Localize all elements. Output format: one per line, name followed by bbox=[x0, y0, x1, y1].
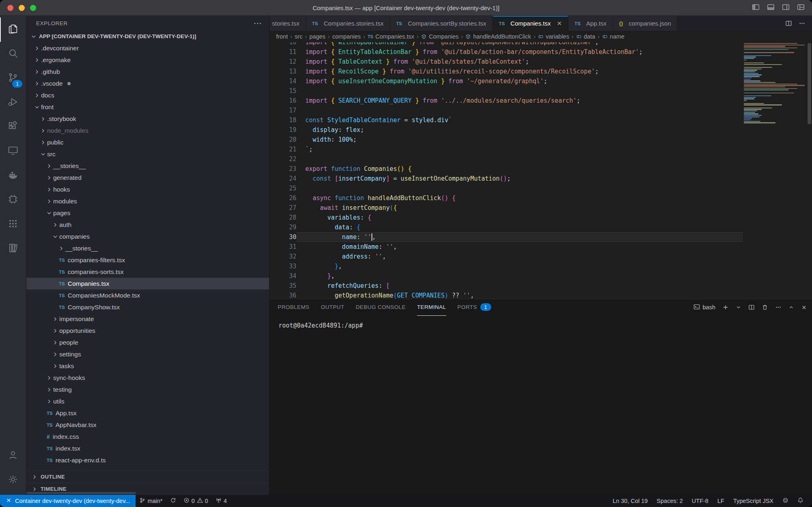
language-mode-indicator[interactable]: TypeScript JSX bbox=[729, 495, 778, 507]
code-line-21[interactable]: 21`; bbox=[270, 145, 743, 154]
terminal[interactable]: root@0a42ecd84891:/app# bbox=[270, 315, 812, 495]
code-line-13[interactable]: 13import { RecoilScope } from '@ui/utili… bbox=[270, 67, 743, 76]
encoding-indicator[interactable]: UTF-8 bbox=[687, 495, 713, 507]
tab-companies-json[interactable]: {}companies.json bbox=[613, 16, 678, 31]
panel-tab-problems[interactable]: PROBLEMS bbox=[278, 299, 309, 316]
split-terminal-icon[interactable] bbox=[748, 304, 755, 311]
maximize-panel-icon[interactable] bbox=[788, 304, 794, 310]
tree-item-companies-sorts-tsx[interactable]: TScompanies-sorts.tsx bbox=[26, 266, 269, 278]
ports-indicator[interactable]: 4 bbox=[212, 495, 231, 507]
code-line-19[interactable]: 19 display: flex; bbox=[270, 125, 743, 135]
code-line-24[interactable]: 24 const [insertCompany] = useInsertOneC… bbox=[270, 174, 743, 183]
editor-more-actions-icon[interactable] bbox=[799, 20, 806, 27]
feedback-button[interactable] bbox=[778, 495, 793, 507]
tab-companies-tsx[interactable]: TSCompanies.tsx✕ bbox=[493, 16, 569, 31]
eol-indicator[interactable]: LF bbox=[713, 495, 729, 507]
tree-item-sync-hooks[interactable]: sync-hooks bbox=[26, 372, 269, 384]
tree-item-companies-tsx[interactable]: TSCompanies.tsx bbox=[26, 278, 269, 289]
section-outline[interactable]: OUTLINE bbox=[26, 470, 269, 483]
code-line-31[interactable]: 31 domainName: '', bbox=[270, 242, 743, 252]
tree-item-index-tsx[interactable]: TSindex.tsx bbox=[26, 442, 269, 454]
activity-explorer-button[interactable] bbox=[0, 17, 26, 42]
breadcrumb-item-variables[interactable]: variables bbox=[538, 33, 569, 40]
remote-indicator[interactable]: Container dev-twenty-dev (dev-twenty-dev… bbox=[0, 495, 136, 507]
code-line-30[interactable]: 30 name: '', bbox=[270, 232, 743, 242]
activity-extension-b-button[interactable] bbox=[0, 212, 26, 237]
code-line-12[interactable]: 12import { TableContext } from '@ui/tabl… bbox=[270, 57, 743, 67]
tree-item-companies-filters-tsx[interactable]: TScompanies-filters.tsx bbox=[26, 254, 269, 266]
activity-docker-button[interactable] bbox=[0, 164, 26, 188]
breadcrumb-item-handleaddbuttonclick[interactable]: handleAddButtonClick bbox=[465, 33, 531, 40]
toggle-primary-sidebar-icon[interactable] bbox=[752, 3, 760, 13]
tree-item-impersonate[interactable]: impersonate bbox=[26, 313, 269, 325]
breadcrumb-item-companies-tsx[interactable]: TSCompanies.tsx bbox=[367, 33, 414, 40]
tree-item-src[interactable]: src bbox=[26, 148, 269, 160]
activity-settings-button[interactable] bbox=[0, 468, 26, 492]
code-line-17[interactable]: 17 bbox=[270, 106, 743, 115]
panel-tab-terminal[interactable]: TERMINAL bbox=[417, 299, 446, 316]
tree-item-app-tsx[interactable]: TSApp.tsx bbox=[26, 407, 269, 419]
tree-item--storybook[interactable]: .storybook bbox=[26, 113, 269, 125]
code-line-36[interactable]: 36 getOperationName(GET_COMPANIES) ?? ''… bbox=[270, 291, 743, 299]
close-panel-icon[interactable] bbox=[801, 304, 807, 311]
terminal-dropdown-icon[interactable] bbox=[736, 304, 741, 310]
tree-item-index-css[interactable]: #index.css bbox=[26, 431, 269, 442]
breadcrumb-item-name[interactable]: name bbox=[602, 33, 624, 40]
minimap[interactable] bbox=[744, 43, 806, 124]
customize-layout-icon[interactable] bbox=[797, 3, 805, 13]
tree-item--vscode[interactable]: .vscode bbox=[26, 78, 269, 89]
tree-item-companyshow-tsx[interactable]: TSCompanyShow.tsx bbox=[26, 301, 269, 313]
tree-item--stories-[interactable]: __stories__ bbox=[26, 242, 269, 254]
tab-stories-tsx[interactable]: stories.tsx bbox=[270, 16, 306, 31]
toggle-secondary-sidebar-icon[interactable] bbox=[782, 3, 790, 13]
split-editor-icon[interactable] bbox=[785, 20, 792, 27]
close-window-button[interactable] bbox=[7, 5, 13, 11]
panel-tab-debug-console[interactable]: DEBUG CONSOLE bbox=[356, 299, 406, 316]
tree-item-settings[interactable]: settings bbox=[26, 348, 269, 360]
explorer-actions-button[interactable]: ⋯ bbox=[254, 21, 262, 25]
tab-companies-stories-tsx[interactable]: TSCompanies.stories.tsx bbox=[306, 16, 390, 31]
tree-item--stories-[interactable]: __stories__ bbox=[26, 160, 269, 172]
code-line-28[interactable]: 28 variables: { bbox=[270, 213, 743, 222]
code-line-27[interactable]: 27 await insertCompany({ bbox=[270, 203, 743, 213]
breadcrumb-item-front[interactable]: front bbox=[276, 33, 288, 40]
code-line-15[interactable]: 15 bbox=[270, 86, 743, 96]
tree-item-front[interactable]: front bbox=[26, 101, 269, 113]
indentation-indicator[interactable]: Spaces: 2 bbox=[652, 495, 687, 507]
tree-item-people[interactable]: people bbox=[26, 337, 269, 348]
minimize-window-button[interactable] bbox=[19, 5, 25, 11]
code-line-26[interactable]: 26 async function handleAddButtonClick()… bbox=[270, 193, 743, 203]
code-line-18[interactable]: 18const StyledTableContainer = styled.di… bbox=[270, 115, 743, 125]
code-line-14[interactable]: 14import { useInsertOneCompanyMutation }… bbox=[270, 76, 743, 86]
breadcrumb-item-data[interactable]: data bbox=[576, 33, 595, 40]
code-line-25[interactable]: 25 bbox=[270, 183, 743, 193]
code-line-34[interactable]: 34 }, bbox=[270, 271, 743, 281]
activity-extensions-button[interactable] bbox=[0, 115, 26, 139]
tree-item-tasks[interactable]: tasks bbox=[26, 360, 269, 372]
activity-source-control-button[interactable]: 1 bbox=[0, 66, 26, 91]
tree-item-modules[interactable]: modules bbox=[26, 195, 269, 207]
code-line-22[interactable]: 22 bbox=[270, 154, 743, 164]
tree-item-node-modules[interactable]: node_modules bbox=[26, 125, 269, 136]
tab-companies-sortby-stories-tsx[interactable]: TSCompanies.sortBy.stories.tsx bbox=[390, 16, 493, 31]
notifications-button[interactable] bbox=[793, 495, 808, 507]
activity-extension-a-button[interactable] bbox=[0, 188, 26, 212]
tree-item--devcontainer[interactable]: .devcontainer bbox=[26, 42, 269, 54]
activity-search-button[interactable] bbox=[0, 42, 26, 66]
new-terminal-icon[interactable] bbox=[722, 304, 729, 311]
tree-item-auth[interactable]: auth bbox=[26, 219, 269, 231]
tree-item-utils[interactable]: utils bbox=[26, 395, 269, 407]
code-line-10[interactable]: 10import { WithTopBarContainer } from '@… bbox=[270, 42, 743, 47]
code-line-20[interactable]: 20 width: 100%; bbox=[270, 135, 743, 145]
git-branch-indicator[interactable]: main* bbox=[136, 495, 166, 507]
tree-item-generated[interactable]: generated bbox=[26, 172, 269, 183]
kill-terminal-icon[interactable] bbox=[762, 304, 768, 311]
tree-item-companiesmockmode-tsx[interactable]: TSCompaniesMockMode.tsx bbox=[26, 289, 269, 301]
tree-item-appnavbar-tsx[interactable]: TSAppNavbar.tsx bbox=[26, 419, 269, 431]
sync-changes-button[interactable] bbox=[166, 495, 180, 507]
panel-tab-output[interactable]: OUTPUT bbox=[321, 299, 344, 316]
breadcrumb-item-pages[interactable]: pages bbox=[309, 33, 326, 40]
tree-item-opportunities[interactable]: opportunities bbox=[26, 325, 269, 337]
activity-remote-explorer-button[interactable] bbox=[0, 139, 26, 164]
tree-item--github[interactable]: .github bbox=[26, 66, 269, 78]
